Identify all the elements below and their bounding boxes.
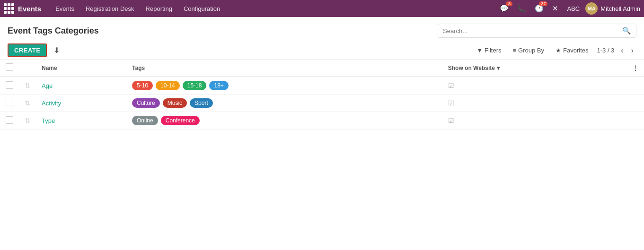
td-empty — [627, 112, 644, 129]
td-name[interactable]: Type — [36, 112, 126, 129]
main-content: Event Tags Categories 🔍 CREATE ⬇ ▼ Filte… — [0, 17, 644, 250]
search-icon-button[interactable]: 🔍 — [618, 24, 636, 37]
app-name[interactable]: Events — [18, 5, 41, 13]
page-title: Event Tags Categories — [8, 26, 99, 36]
top-navigation: Events Events Registration Desk Reportin… — [0, 0, 644, 17]
favorites-label: Favorites — [563, 47, 588, 54]
page-header: Event Tags Categories 🔍 — [0, 17, 644, 42]
td-checkbox[interactable] — [0, 112, 19, 129]
filter-icon: ▼ — [476, 47, 483, 54]
tag-pill[interactable]: Music — [163, 98, 187, 108]
td-checkbox[interactable] — [0, 95, 19, 112]
nav-reporting[interactable]: Reporting — [141, 2, 177, 15]
dropdown-icon: ▾ — [497, 65, 500, 71]
row-checkbox[interactable] — [6, 81, 13, 89]
tag-pill[interactable]: Sport — [190, 98, 213, 108]
records-table: Name Tags Show on Website ▾ ⋮ ⇅ — [0, 60, 644, 129]
app-grid-icon[interactable] — [4, 3, 14, 14]
td-show-on-website[interactable]: ☑ — [442, 112, 627, 129]
td-tags: CultureMusicSport — [126, 95, 442, 112]
topnav-right: 💬 8 📞 🕐 37 ✕ ABC MA Mitchell Admin — [497, 2, 640, 15]
pagination-prev[interactable]: ‹ — [618, 45, 626, 56]
table-wrap: Name Tags Show on Website ▾ ⋮ ⇅ — [0, 60, 644, 129]
tag-pill[interactable]: Culture — [132, 98, 160, 108]
tag-pill[interactable]: 15-18 — [183, 81, 207, 90]
search-bar: 🔍 — [438, 24, 636, 38]
website-check-icon: ☑ — [448, 117, 454, 124]
clock-icon-btn[interactable]: 🕐 37 — [532, 2, 547, 15]
website-check-icon: ☑ — [448, 99, 454, 107]
td-tags: OnlineConference — [126, 112, 442, 129]
filters-label: Filters — [485, 47, 501, 54]
toolbar-right: ▼ Filters ≡ Group By ★ Favorites 1-3 / 3… — [472, 45, 636, 56]
groupby-icon: ≡ — [513, 47, 517, 54]
tag-pill[interactable]: 5-10 — [132, 81, 153, 90]
tag-pill[interactable]: 18+ — [209, 81, 228, 90]
th-kebab[interactable]: ⋮ — [627, 60, 644, 77]
td-empty — [627, 95, 644, 112]
th-drag — [19, 60, 36, 77]
td-name[interactable]: Activity — [36, 95, 126, 112]
chat-icon-btn[interactable]: 💬 8 — [497, 2, 512, 15]
table-row: ⇅TypeOnlineConference☑ — [0, 112, 644, 129]
website-check-icon: ☑ — [448, 82, 454, 89]
username-label[interactable]: Mitchell Admin — [600, 5, 640, 12]
avatar[interactable]: MA — [585, 2, 598, 15]
td-show-on-website[interactable]: ☑ — [442, 77, 627, 95]
star-icon: ★ — [556, 47, 561, 54]
td-show-on-website[interactable]: ☑ — [442, 95, 627, 112]
th-name: Name — [36, 60, 126, 77]
pagination-next[interactable]: › — [628, 45, 636, 56]
favorites-button[interactable]: ★ Favorites — [551, 45, 593, 56]
clock-badge: 37 — [539, 1, 547, 6]
drag-handle[interactable]: ⇅ — [19, 77, 36, 95]
table-row: ⇅Age5-1010-1415-1818+☑ — [0, 77, 644, 95]
nav-configuration[interactable]: Configuration — [179, 2, 225, 15]
drag-icon: ⇅ — [25, 99, 30, 107]
row-checkbox[interactable] — [6, 116, 13, 124]
close-icon-btn[interactable]: ✕ — [549, 2, 561, 15]
create-button[interactable]: CREATE — [8, 43, 47, 57]
drag-icon: ⇅ — [25, 117, 30, 124]
search-input[interactable] — [438, 25, 618, 37]
nav-links: Events Registration Desk Reporting Confi… — [51, 2, 225, 15]
toolbar: CREATE ⬇ ▼ Filters ≡ Group By ★ Favorite… — [0, 42, 644, 60]
drag-handle[interactable]: ⇅ — [19, 95, 36, 112]
th-select-all[interactable] — [0, 60, 19, 77]
td-tags: 5-1010-1415-1818+ — [126, 77, 442, 95]
group-by-label: Group By — [518, 47, 544, 54]
pagination-info: 1-3 / 3 — [597, 47, 614, 54]
td-name[interactable]: Age — [36, 77, 126, 95]
export-icon[interactable]: ⬇ — [51, 44, 62, 57]
tag-pill[interactable]: 10-14 — [156, 81, 180, 90]
group-by-button[interactable]: ≡ Group By — [508, 45, 549, 56]
th-tags: Tags — [126, 60, 442, 77]
nav-registration-desk[interactable]: Registration Desk — [81, 2, 139, 15]
table-header-row: Name Tags Show on Website ▾ ⋮ — [0, 60, 644, 77]
abc-label[interactable]: ABC — [564, 3, 582, 14]
drag-icon: ⇅ — [25, 82, 30, 89]
tag-pill[interactable]: Conference — [161, 116, 200, 125]
row-checkbox[interactable] — [6, 99, 13, 106]
chat-badge: 8 — [506, 1, 512, 6]
phone-icon-btn[interactable]: 📞 — [514, 2, 529, 15]
nav-events[interactable]: Events — [51, 2, 79, 15]
drag-handle[interactable]: ⇅ — [19, 112, 36, 129]
tag-pill[interactable]: Online — [132, 116, 158, 125]
select-all-checkbox[interactable] — [6, 63, 13, 71]
th-show-on-website[interactable]: Show on Website ▾ — [442, 60, 627, 77]
table-body: ⇅Age5-1010-1415-1818+☑⇅ActivityCultureMu… — [0, 77, 644, 129]
filters-button[interactable]: ▼ Filters — [472, 45, 506, 56]
td-empty — [627, 77, 644, 95]
table-row: ⇅ActivityCultureMusicSport☑ — [0, 95, 644, 112]
td-checkbox[interactable] — [0, 77, 19, 95]
